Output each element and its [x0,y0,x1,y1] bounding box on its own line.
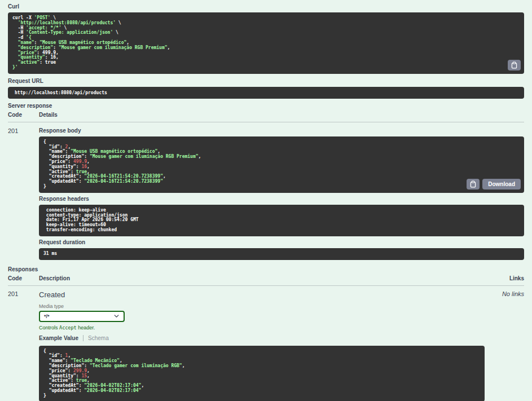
response-description: Created [39,290,485,299]
responses-section: Responses Code Description Links 201 Cre… [8,266,524,401]
response-body-label: Response body [39,127,524,134]
selected-media-type: */* [44,314,50,319]
request-duration-block: 31 ms [39,248,524,260]
server-response-row: 201 Response body { "id": 2, "name": "Mo… [8,122,524,262]
column-description-header: Description [39,275,485,281]
copy-curl-button[interactable] [508,60,521,70]
server-response-title: Server response [8,103,524,109]
request-url-value: http://localhost:8080/api/products [15,90,517,95]
server-response-details: Response body { "id": 2, "name": "Mouse … [39,127,524,262]
opblock-body: Curl curl -X 'POST' \ 'http://localhost:… [0,0,532,401]
accept-header-hint: Controls Accept header. [39,325,485,331]
request-duration-label: Request duration [39,239,524,245]
request-url-title: Request URL [8,78,524,84]
request-url-section: Request URL http://localhost:8080/api/pr… [8,78,524,99]
server-response-table-header: Code Details [8,112,524,122]
curl-title: Curl [8,3,524,10]
response-code: 201 [8,290,39,401]
responses-table-header: Code Description Links [8,275,524,286]
chevron-down-icon [113,313,120,319]
tab-example-value[interactable]: Example Value [39,335,83,341]
column-code-header: Code [8,275,39,281]
curl-command-code: curl -X 'POST' \ 'http://localhost:8080/… [12,16,520,70]
response-headers-code: connection: keep-alive content-type: app… [43,208,520,233]
column-details-header: Details [39,112,485,118]
clipboard-copy-icon [511,61,518,69]
hint-code: Accept [59,325,77,331]
hint-prefix: Controls [39,325,59,331]
example-value-block: { "id": 1, "name": "Teclado Mecânico", "… [39,346,485,401]
copy-response-body-button[interactable] [467,179,480,190]
hint-suffix: header. [77,325,95,331]
tab-schema[interactable]: Schema [83,335,109,341]
response-description-cell: Created Media type */* Controls Accept h… [39,290,485,401]
request-duration-value: 31 ms [43,252,520,257]
request-url-bar: http://localhost:8080/api/products [8,87,524,99]
example-value-code: { "id": 1, "name": "Teclado Mecânico", "… [43,349,480,399]
response-headers-block: connection: keep-alive content-type: app… [39,205,524,236]
response-headers-label: Response headers [39,196,524,202]
curl-command-block[interactable]: curl -X 'POST' \ 'http://localhost:8080/… [8,12,524,74]
server-response-section: Server response Code Details 201 Respons… [8,103,524,262]
column-links-header: Links [485,275,524,281]
model-example-tabs: Example Value Schema [39,335,485,341]
clipboard-copy-icon [469,180,477,188]
response-status-code: 201 [8,127,39,262]
download-response-button[interactable]: Download [482,179,521,190]
responses-title: Responses [8,266,524,272]
response-body-code: { "id": 2, "name": "Mouse USB magnético … [43,140,520,190]
media-type-select[interactable]: */* [39,311,125,322]
media-type-label: Media type [39,303,485,309]
curl-section: Curl curl -X 'POST' \ 'http://localhost:… [8,3,524,74]
response-body-block: { "id": 2, "name": "Mouse USB magnético … [39,136,524,193]
column-code-header: Code [8,112,39,118]
responses-row-201: 201 Created Media type */* Controls Acce… [8,286,524,401]
no-links-text: No links [485,290,524,401]
